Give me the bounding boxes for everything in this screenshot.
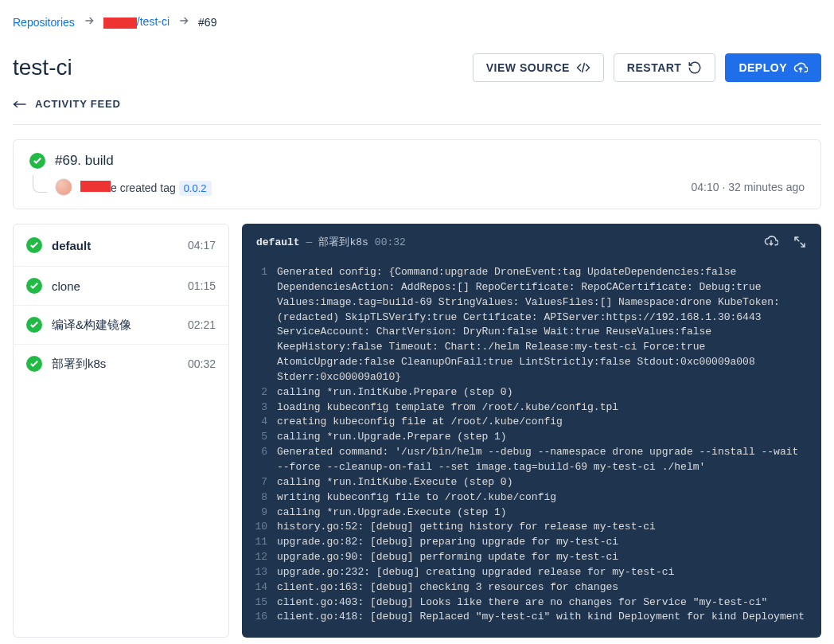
log-line-number: 6 (255, 445, 277, 460)
log-line-number: 5 (255, 430, 277, 445)
log-line-number: 16 (255, 610, 277, 625)
step-item-clone[interactable]: clone 01:15 (14, 267, 228, 306)
log-line-number: 14 (255, 580, 277, 595)
deploy-button[interactable]: DEPLOY (725, 53, 821, 82)
log-line: 16client.go:418: [debug] Replaced "my-te… (242, 610, 821, 625)
log-line-text: upgrade.go:82: [debug] preparing upgrade… (277, 535, 809, 550)
build-meta: 04:10 · 32 minutes ago (692, 181, 805, 193)
redacted-author (80, 181, 111, 192)
stage-time: 04:17 (188, 239, 216, 252)
log-line-number: 15 (255, 595, 277, 611)
activity-feed-link[interactable]: ACTIVITY FEED (13, 88, 121, 124)
code-icon (576, 60, 590, 75)
log-line-number: 7 (255, 475, 277, 490)
breadcrumb-build: #69 (198, 16, 216, 29)
log-line: 15client.go:403: [debug] Looks like ther… (242, 595, 821, 611)
check-circle-icon (26, 237, 42, 253)
check-circle-icon (26, 356, 42, 372)
step-item-deploy[interactable]: 部署到k8s 00:32 (14, 345, 228, 383)
log-line: 12upgrade.go:90: [debug] performing upda… (242, 550, 821, 565)
check-circle-icon (29, 153, 45, 169)
download-icon[interactable] (764, 235, 778, 249)
breadcrumb: Repositories /test-ci #69 (13, 0, 821, 37)
steps-panel: default 04:17 clone 01:15 编译&构建镜像 02:21 (13, 224, 229, 638)
restart-button[interactable]: RESTART (614, 53, 716, 82)
log-line: 14client.go:163: [debug] checking 3 reso… (242, 580, 821, 595)
log-line-text: calling *run.InitKube.Prepare (step 0) (277, 385, 809, 400)
log-line-number: 3 (255, 400, 277, 416)
log-line-number: 1 (255, 265, 277, 280)
log-line: 11upgrade.go:82: [debug] preparing upgra… (242, 535, 821, 550)
stage-item[interactable]: default 04:17 (14, 224, 228, 267)
log-line: 2calling *run.InitKube.Prepare (step 0) (242, 385, 821, 400)
redacted-owner (103, 18, 137, 29)
log-line-number: 11 (255, 535, 277, 550)
log-line: 13upgrade.go:232: [debug] creating upgra… (242, 565, 821, 580)
step-time: 01:15 (188, 279, 216, 292)
log-stage-name: default (256, 236, 300, 248)
build-title: #69. build (55, 153, 114, 169)
log-line-number: 12 (255, 550, 277, 565)
log-line-number: 13 (255, 565, 277, 580)
log-line: 10history.go:52: [debug] getting history… (242, 520, 821, 535)
log-line: 6Generated command: '/usr/bin/helm --deb… (242, 445, 821, 475)
step-name: clone (52, 279, 80, 293)
breadcrumb-repositories[interactable]: Repositories (13, 16, 75, 29)
build-header-card: #69. build e created tag 0.0.2 04:10 · 3… (13, 139, 821, 209)
log-line-text: client.go:403: [debug] Looks like there … (277, 595, 809, 611)
log-panel: default — 部署到k8s 00:32 1Generated config… (242, 224, 821, 638)
log-line-text: calling *run.InitKube.Execute (step 0) (277, 475, 809, 490)
arrow-right-icon (177, 14, 190, 29)
log-line-text: client.go:163: [debug] checking 3 resour… (277, 580, 809, 595)
breadcrumb-repo[interactable]: /test-ci (103, 15, 170, 28)
step-name: 编译&构建镜像 (52, 318, 131, 333)
step-name: 部署到k8s (52, 357, 106, 372)
log-line-number: 8 (255, 490, 277, 505)
step-time: 00:32 (188, 357, 216, 370)
log-body[interactable]: 1Generated config: {Command:upgrade Dron… (242, 260, 821, 638)
tag-badge[interactable]: 0.0.2 (179, 181, 212, 196)
log-line-text: creating kubeconfig file at /root/.kube/… (277, 415, 809, 430)
fullscreen-icon[interactable] (793, 235, 807, 249)
log-line-text: Generated config: {Command:upgrade Drone… (277, 265, 809, 385)
log-line-number: 2 (255, 385, 277, 400)
stage-name: default (52, 239, 91, 252)
step-time: 02:21 (188, 318, 216, 331)
avatar (55, 178, 72, 196)
check-circle-icon (26, 317, 42, 333)
log-line-text: client.go:418: [debug] Replaced "my-test… (277, 610, 809, 625)
log-line-text: loading kubeconfig template from /root/.… (277, 400, 809, 416)
log-line-text: Generated command: '/usr/bin/helm --debu… (277, 445, 809, 475)
page-title: test-ci (13, 55, 72, 80)
arrow-left-icon (13, 100, 27, 109)
branch-line (33, 175, 47, 193)
log-line-text: calling *run.Upgrade.Prepare (step 1) (277, 430, 809, 445)
log-line: 7calling *run.InitKube.Execute (step 0) (242, 475, 821, 490)
log-line: 9calling *run.Upgrade.Execute (step 1) (242, 505, 821, 521)
log-line: 4creating kubeconfig file at /root/.kube… (242, 415, 821, 430)
check-circle-icon (26, 278, 42, 294)
view-source-button[interactable]: VIEW SOURCE (473, 53, 604, 82)
log-line-number: 4 (255, 415, 277, 430)
log-step-name: 部署到k8s (318, 235, 368, 249)
author-line: e created tag 0.0.2 (80, 181, 212, 194)
divider (13, 124, 821, 125)
log-line-text: upgrade.go:232: [debug] creating upgrade… (277, 565, 809, 580)
log-step-time: 00:32 (375, 236, 406, 248)
log-line-text: writing kubeconfig file to /root/.kube/c… (277, 490, 809, 505)
log-separator: — (306, 236, 313, 248)
log-line: 5calling *run.Upgrade.Prepare (step 1) (242, 430, 821, 445)
refresh-icon (688, 60, 702, 75)
log-line-text: history.go:52: [debug] getting history f… (277, 520, 809, 535)
arrow-right-icon (83, 14, 95, 29)
log-line: 3loading kubeconfig template from /root/… (242, 400, 821, 416)
log-line: 1Generated config: {Command:upgrade Dron… (242, 265, 821, 385)
log-line-text: upgrade.go:90: [debug] performing update… (277, 550, 809, 565)
step-item-build[interactable]: 编译&构建镜像 02:21 (14, 306, 228, 345)
log-line-number: 9 (255, 505, 277, 521)
log-line-text: calling *run.Upgrade.Execute (step 1) (277, 505, 809, 521)
log-line: 8writing kubeconfig file to /root/.kube/… (242, 490, 821, 505)
log-line-number: 10 (255, 520, 277, 535)
cloud-upload-icon (793, 60, 808, 75)
